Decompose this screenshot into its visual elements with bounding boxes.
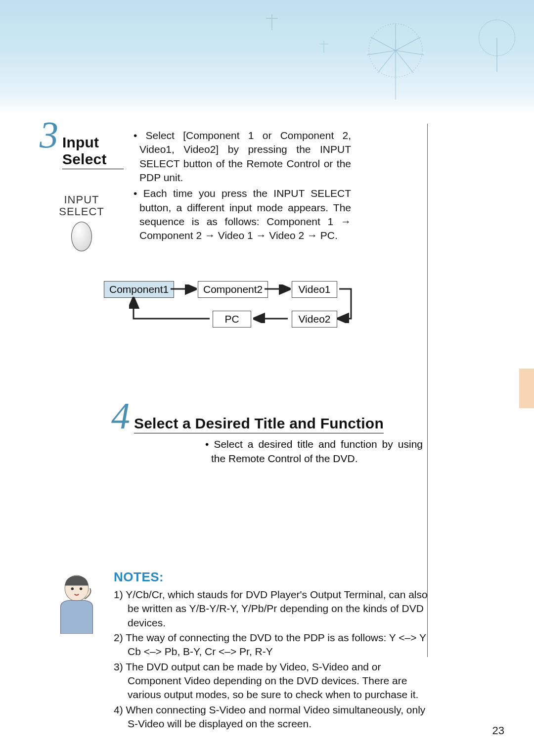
note-item: 3) The DVD output can be made by Video, … <box>114 660 430 702</box>
step-4-section: 4 Select a Desired Title and Function • … <box>111 405 490 466</box>
bullet-text: Each time you press the INPUT SELECT but… <box>139 188 351 241</box>
page-number: 23 <box>492 724 504 737</box>
notes-section: NOTES: 1) Y/Cb/Cr, which stauds for DVD … <box>49 569 490 732</box>
step-number: 4 <box>111 405 130 427</box>
step-number: 3 <box>40 124 58 146</box>
input-flow-diagram: Component1 Component2 Video1 Video2 PC <box>104 281 490 350</box>
step-title: Input Select <box>62 134 124 169</box>
note-item: 1) Y/Cb/Cr, which stauds for DVD Player'… <box>114 588 430 630</box>
bullet-text: Select [Component 1 or Component 2, Vide… <box>139 130 351 183</box>
remote-label-line: INPUT <box>64 193 99 206</box>
note-item: 2) The way of connecting the DVD to the … <box>114 631 430 659</box>
flow-arrows <box>104 281 361 335</box>
bullet-item: • Select a desired title and function by… <box>205 437 423 466</box>
bullet-item: • Each time you press the INPUT SELECT b… <box>134 187 351 242</box>
notes-title: NOTES: <box>114 569 430 585</box>
svg-point-19 <box>71 587 74 590</box>
bullet-item: • Select [Component 1 or Component 2, Vi… <box>134 129 351 185</box>
step-bullets: • Select [Component 1 or Component 2, Vi… <box>134 129 351 243</box>
svg-point-20 <box>80 587 82 590</box>
remote-label-line: SELECT <box>59 205 104 218</box>
step-title: Select a Desired Title and Function <box>134 415 384 433</box>
notes-list: 1) Y/Cb/Cr, which stauds for DVD Player'… <box>114 588 430 731</box>
step-3-section: 3 Input Select INPUT SELECT • Select [Co… <box>40 124 490 251</box>
remote-button-label: INPUT SELECT <box>40 194 124 218</box>
remote-button-icon <box>71 222 92 251</box>
notes-person-icon <box>49 569 104 732</box>
bullet-text: Select a desired title and function by u… <box>211 438 423 464</box>
note-item: 4) When connecting S-Video and normal Vi… <box>114 703 430 731</box>
